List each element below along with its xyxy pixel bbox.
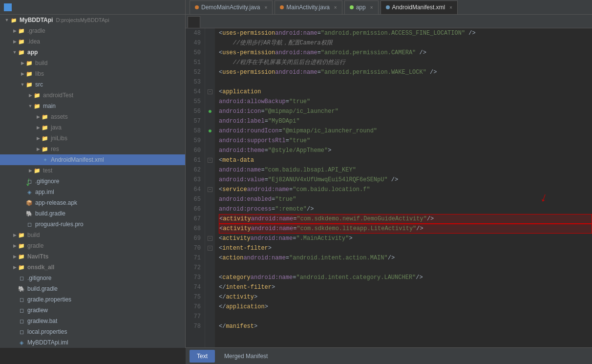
arrow-leaf-29 <box>12 340 18 345</box>
sidebar-item-26[interactable]: ◻ gradlew <box>0 305 185 316</box>
fold-btn-54[interactable]: - <box>208 89 212 94</box>
sidebar-item-6[interactable]: 📁 androidTest <box>0 90 185 101</box>
sidebar-item-0[interactable]: 📁 .gradle <box>0 25 185 36</box>
sidebar-item-25[interactable]: ◻ gradle.properties <box>0 294 185 305</box>
line-num-58: 58 <box>186 126 201 136</box>
sidebar-item-17[interactable]: 🐘 build.gradle <box>0 208 185 219</box>
arrow-leaf-12 <box>35 157 41 163</box>
arrow-8 <box>35 114 41 120</box>
punct: < <box>219 243 222 253</box>
arrow-leaf-23 <box>12 275 18 281</box>
sidebar-item-5[interactable]: 📁 src <box>0 79 185 90</box>
file-icon-18: ◻ <box>25 220 33 228</box>
code-area: <uses-permission android:name="android.p… <box>215 28 592 347</box>
sidebar-item-2[interactable]: 📁 app <box>0 47 185 58</box>
sidebar-item-9[interactable]: 📁 java <box>0 122 185 133</box>
editor-tab-main[interactable]: MainActivity.java× <box>275 0 342 14</box>
item-label-0: .gradle <box>27 27 45 34</box>
file-icon-13: 📁 <box>33 167 41 174</box>
item-label-14: .gitignore <box>35 178 59 185</box>
main-content: 📁 MyBDDTApi D:projectsMyBDDTApi 📁 .gradl… <box>0 15 592 364</box>
item-label-15: app.iml <box>35 189 54 195</box>
attr-name: android:name <box>251 214 293 224</box>
sidebar-item-24[interactable]: 🐘 build.gradle <box>0 283 185 294</box>
item-label-29: MyBDDTApi.iml <box>27 339 68 346</box>
tag: activity <box>226 292 254 302</box>
file-icon-16: 📦 <box>25 199 33 207</box>
sidebar-item-23[interactable]: ◻ .gitignore <box>0 273 185 283</box>
fold-btn-61[interactable]: - <box>208 158 212 163</box>
tag: action <box>222 253 243 263</box>
file-icon-25: ◻ <box>18 296 25 303</box>
sidebar-item-27[interactable]: ◻ gradlew.bat <box>0 316 185 326</box>
bottom-tab-0[interactable]: Text <box>190 350 215 363</box>
sidebar-item-15[interactable]: ◈ app.iml <box>0 187 185 197</box>
gutter-icon-53 <box>205 77 215 87</box>
sidebar-item-21[interactable]: 📁 NaviTts <box>0 251 185 262</box>
item-label-28: local.properties <box>27 328 67 335</box>
code-line-66: android:process=":remote"/> <box>219 204 592 214</box>
bottom-tab-1[interactable]: Merged Manifest <box>217 350 275 363</box>
sidebar-item-13[interactable]: 📁 test <box>0 165 185 176</box>
editor-tabs-bar: DemoMainActivity.java×MainActivity.java×… <box>186 0 592 14</box>
file-icon-5: 📁 <box>25 81 33 88</box>
code-line-67: <activity android:name="com.sdkdemo.newi… <box>219 214 592 224</box>
sidebar-item-16[interactable]: 📦 app-release.apk <box>0 197 185 208</box>
sidebar-item-10[interactable]: 📁 jniLibs <box>0 133 185 144</box>
sidebar-item-19[interactable]: 📁 build <box>0 230 185 240</box>
gutter-icon-48 <box>205 28 215 38</box>
tag: intent-filter <box>222 243 268 253</box>
project-panel-header <box>0 0 186 14</box>
fold-btn-69[interactable]: - <box>208 236 212 241</box>
attr-name: android:label <box>219 116 265 126</box>
item-label-13: test <box>43 167 52 174</box>
item-label-1: .idea <box>27 38 40 45</box>
item-label-16: app-release.apk <box>35 199 77 206</box>
tab-close-app[interactable]: × <box>370 5 373 10</box>
editor-tab-demo[interactable]: DemoMainActivity.java× <box>190 0 273 14</box>
arrow-1 <box>12 39 18 44</box>
tag: uses-permission <box>222 67 275 77</box>
sidebar-item-18[interactable]: ◻ proguard-rules.pro <box>0 219 185 230</box>
tab-close-main[interactable]: × <box>334 5 337 10</box>
sidebar-item-11[interactable]: 📁 res <box>0 144 185 154</box>
root-path: D:projectsMyBDDTApi <box>56 17 109 23</box>
manifest-tab[interactable] <box>188 16 200 28</box>
sidebar-item-4[interactable]: 📁 libs <box>0 68 185 79</box>
arrow-10 <box>35 135 41 141</box>
sidebar-item-root[interactable]: 📁 MyBDDTApi D:projectsMyBDDTApi <box>0 15 185 25</box>
punct: </ <box>219 292 226 302</box>
code-line-77 <box>219 312 592 321</box>
file-icon-21: 📁 <box>18 253 25 260</box>
sidebar-item-22[interactable]: 📁 onsdk_all <box>0 262 185 273</box>
line-num-65: 65 <box>186 194 201 204</box>
tab-close-demo[interactable]: × <box>264 5 267 10</box>
sidebar-item-8[interactable]: 📁 assets <box>0 111 185 122</box>
sidebar-item-3[interactable]: 📁 build <box>0 58 185 68</box>
sidebar-item-7[interactable]: 📁 main <box>0 101 185 111</box>
arrow-leaf-15 <box>20 189 25 195</box>
sidebar-item-1[interactable]: 📁 .idea <box>0 36 185 47</box>
editor-tab-app[interactable]: app× <box>344 0 379 14</box>
file-icon-24: 🐘 <box>18 285 25 293</box>
arrow-4 <box>20 71 25 77</box>
editor-tab-manifest[interactable]: AndroidManifest.xml× <box>381 0 458 14</box>
code-line-70: <intent-filter> <box>219 243 592 253</box>
arrow-21 <box>12 254 18 259</box>
fold-btn-64[interactable]: - <box>208 187 212 192</box>
fold-btn-70[interactable]: - <box>208 246 212 251</box>
sidebar-item-28[interactable]: ◻ local.properties <box>0 326 185 337</box>
item-label-4: libs <box>35 70 44 77</box>
file-icon-0: 📁 <box>18 27 25 35</box>
line-num-73: 73 <box>186 273 201 282</box>
file-icon-26: ◻ <box>18 306 25 314</box>
arrow-leaf-26 <box>12 307 18 313</box>
sidebar-item-14[interactable]: ◻ .gitignore <box>0 176 185 187</box>
sidebar-item-12[interactable]: ✦ AndroidManifest.xml <box>0 154 185 165</box>
tag: category <box>222 273 251 282</box>
tab-close-manifest[interactable]: × <box>449 5 452 10</box>
tag: application <box>226 302 264 312</box>
sidebar-item-20[interactable]: 📁 gradle <box>0 240 185 251</box>
sidebar-item-29[interactable]: ◈ MyBDDTApi.iml <box>0 337 185 348</box>
tag: activity <box>223 214 251 224</box>
